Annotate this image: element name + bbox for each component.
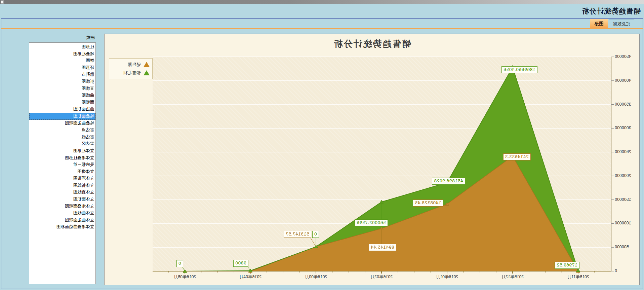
list-item-chart-style[interactable]: 立体堆叠曲边面积图 (29, 223, 95, 230)
data-label: 513147.57 (284, 231, 311, 238)
data-label: 0 (312, 231, 319, 238)
chart-container: 销售趋势统计分析 销售额 销售毛利 17969.522414633.318696… (104, 34, 640, 285)
list-item-chart-style[interactable]: 雷达线 (29, 134, 95, 141)
list-item-chart-style[interactable]: 立体直线图 (29, 189, 95, 196)
window-title-strip (0, 0, 644, 4)
list-item-chart-style[interactable]: 雷达点 (29, 126, 95, 134)
data-label: 0 (176, 260, 183, 267)
x-axis-tick-label: 2016年04月 (239, 274, 262, 280)
list-item-chart-style[interactable]: 柱形图 (29, 43, 95, 50)
plot-svg (153, 57, 611, 271)
list-item-chart-style[interactable]: 堆叠曲边面积图 (29, 120, 95, 127)
x-axis-tick-label: 2016年01月 (436, 274, 458, 280)
active-tab-underline (1, 28, 643, 29)
list-item-chart-style[interactable]: 立体面积图 (29, 196, 95, 203)
list-item-chart-style[interactable]: 雷达区 (29, 140, 95, 147)
x-axis-tick-label: 2016年05月 (174, 274, 196, 280)
legend-item-gross-profit[interactable]: 销售毛利 (112, 69, 150, 77)
list-item-chart-style[interactable]: 立体曲线图 (29, 210, 95, 217)
x-axis-tick-label: 2016年02月 (370, 274, 393, 280)
data-label: 451896.9028 (432, 178, 465, 185)
sidebar-header: 样式 (86, 35, 95, 41)
list-item-chart-style[interactable]: 折线图 (29, 78, 95, 85)
report-title-bar: 销售趋势统计分析 (0, 4, 644, 19)
data-label: 1869660.4056 (501, 66, 537, 73)
data-label: 560002.7596 (355, 219, 388, 226)
data-label: 17969.52 (555, 262, 579, 269)
y-axis-tick-label: 3500000 (615, 102, 638, 107)
list-item-chart-style[interactable]: 立体堆叠面积图 (29, 203, 95, 210)
list-item-chart-style[interactable]: 立体堆叠柱形图 (29, 154, 95, 161)
list-item-chart-style[interactable]: 饼图 (29, 57, 95, 64)
data-label: 1408328.45 (413, 200, 443, 207)
chart-title: 销售趋势统计分析 (105, 38, 639, 50)
list-item-chart-style[interactable]: 立体折线图 (29, 182, 95, 189)
y-axis-tick-label: 2000000 (615, 173, 638, 178)
triangle-marker-icon (144, 70, 150, 75)
list-item-chart-style[interactable]: 立体饼图 (29, 168, 95, 175)
x-axis-tick-label: 2015年11月 (567, 274, 589, 280)
list-item-chart-style[interactable]: 堆叠面积图 (29, 113, 95, 120)
list-item-chart-style[interactable]: 环形图 (29, 64, 95, 71)
list-item-chart-style[interactable]: 堆叠柱形图 (29, 50, 95, 58)
y-axis-tick-label: 2500000 (615, 149, 638, 154)
list-item-chart-style[interactable]: 立体柱形图 (29, 147, 95, 154)
data-label: 2414633.3 (503, 153, 531, 160)
style-listbox[interactable]: 柱形图堆叠柱形图饼图环形图散列点折线图直线图曲线图面积图曲边面积图堆叠面积图堆叠… (29, 42, 96, 284)
chart-legend: 销售额 销售毛利 (109, 58, 153, 79)
y-axis-tick-label: 0 (615, 268, 638, 273)
y-axis-tick-label: 1500000 (615, 197, 638, 202)
list-item-chart-style[interactable]: 曼哈顿三维 (29, 161, 95, 168)
app-window: 销售趋势统计分析 汇总数据 图形 销售趋势统计分析 销售额 销售毛利 17969… (0, 0, 644, 290)
data-label: 894145.44 (369, 244, 396, 251)
y-axis-tick-label: 4000000 (615, 78, 638, 83)
tab-summary-data[interactable]: 汇总数据 (609, 19, 634, 28)
list-item-chart-style[interactable]: 散列点 (29, 71, 95, 78)
report-title: 销售趋势统计分析 (581, 4, 641, 18)
y-axis-tick-label: 3000000 (615, 125, 638, 130)
legend-item-sales[interactable]: 销售额 (112, 60, 150, 69)
list-item-chart-style[interactable]: 曲线图 (29, 92, 95, 99)
window-corner-button[interactable] (1, 0, 4, 4)
legend-label: 销售毛利 (123, 70, 141, 76)
plot-area: 17969.522414633.31869660.40561408328.454… (153, 57, 611, 271)
list-item-chart-style[interactable]: 立体曲边面积图 (29, 217, 95, 224)
list-item-chart-style[interactable]: 直线图 (29, 85, 95, 92)
x-axis-tick-label: 2016年03月 (305, 274, 327, 280)
tab-chart[interactable]: 图形 (590, 19, 608, 29)
y-axis-tick-label: 1000000 (615, 221, 638, 225)
y-axis-tick-label: 500000 (615, 245, 638, 249)
x-axis-tick-label: 2015年12月 (501, 274, 524, 280)
list-item-chart-style[interactable]: 面积图 (29, 99, 95, 106)
y-axis-tick-label: 4500000 (615, 54, 638, 59)
list-item-chart-style[interactable]: 曲边面积图 (29, 106, 95, 113)
legend-label: 销售额 (128, 62, 141, 68)
data-label: 9800 (233, 260, 248, 267)
list-item-chart-style[interactable]: 立体环形图 (29, 175, 95, 182)
triangle-marker-icon (144, 62, 150, 67)
